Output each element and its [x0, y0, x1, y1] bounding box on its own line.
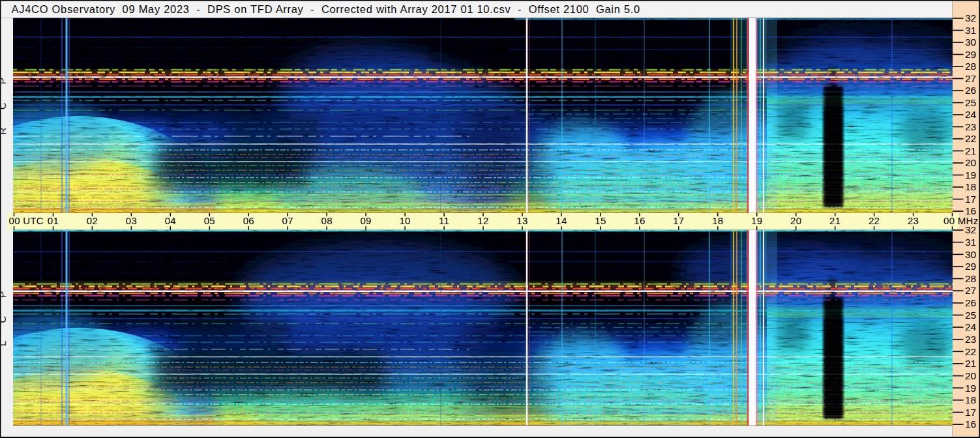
- svg-text:16: 16: [965, 418, 976, 430]
- svg-text:03: 03: [126, 215, 137, 226]
- svg-text:15: 15: [595, 215, 606, 226]
- svg-text:21: 21: [965, 145, 976, 156]
- svg-text:13: 13: [516, 215, 527, 226]
- svg-text:19: 19: [965, 169, 976, 181]
- svg-text:04: 04: [165, 215, 176, 226]
- svg-text:21: 21: [829, 215, 840, 226]
- svg-text:20: 20: [965, 370, 977, 381]
- svg-text:30: 30: [965, 36, 977, 48]
- svg-text:27: 27: [965, 73, 976, 84]
- svg-text:16: 16: [965, 205, 976, 216]
- svg-text:19: 19: [751, 215, 762, 226]
- svg-text:23: 23: [965, 334, 976, 345]
- svg-text:18: 18: [712, 215, 723, 226]
- svg-text:07: 07: [282, 215, 293, 226]
- svg-text:10: 10: [399, 215, 410, 226]
- svg-text:22: 22: [965, 346, 976, 357]
- svg-text:26: 26: [965, 85, 976, 96]
- svg-text:32: 32: [965, 224, 976, 235]
- svg-text:25: 25: [965, 97, 976, 108]
- svg-text:08: 08: [321, 215, 333, 226]
- svg-text:29: 29: [965, 49, 976, 60]
- svg-text:28: 28: [965, 273, 976, 284]
- svg-text:31: 31: [965, 25, 976, 36]
- svg-text:24: 24: [965, 321, 977, 332]
- svg-text:29: 29: [965, 261, 976, 272]
- svg-text:01: 01: [48, 215, 59, 226]
- svg-text:17: 17: [965, 407, 976, 418]
- svg-text:R C P: R C P: [0, 70, 8, 134]
- svg-text:05: 05: [204, 215, 215, 226]
- svg-text:24: 24: [965, 109, 977, 120]
- svg-text:17: 17: [965, 194, 976, 205]
- svg-text:20: 20: [965, 157, 977, 168]
- svg-text:02: 02: [87, 215, 98, 226]
- svg-text:16: 16: [634, 215, 645, 226]
- svg-text:09: 09: [360, 215, 371, 226]
- svg-text:23: 23: [965, 121, 976, 132]
- svg-text:26: 26: [965, 297, 976, 308]
- svg-text:18: 18: [965, 394, 976, 405]
- svg-text:06: 06: [243, 215, 254, 226]
- svg-text:AJ4CO Observatory 09 May 2023: AJ4CO Observatory 09 May 2023 - DPS on T…: [12, 3, 640, 15]
- svg-text:18: 18: [965, 181, 976, 192]
- svg-text:25: 25: [965, 310, 976, 321]
- svg-text:11: 11: [439, 215, 449, 226]
- svg-text:17: 17: [673, 215, 684, 226]
- svg-text:31: 31: [965, 237, 976, 248]
- svg-text:28: 28: [965, 61, 976, 72]
- svg-text:L C P: L C P: [0, 284, 8, 346]
- svg-text:20: 20: [790, 215, 801, 226]
- svg-text:30: 30: [965, 249, 977, 260]
- svg-text:14: 14: [556, 215, 567, 226]
- svg-text:22: 22: [869, 215, 880, 226]
- svg-text:21: 21: [965, 358, 976, 369]
- svg-text:12: 12: [477, 215, 488, 226]
- svg-text:32: 32: [965, 12, 976, 23]
- svg-text:27: 27: [965, 285, 976, 296]
- svg-text:23: 23: [908, 215, 919, 226]
- svg-text:19: 19: [965, 383, 976, 394]
- svg-text:22: 22: [965, 133, 976, 144]
- svg-text:00 UTC: 00 UTC: [9, 215, 44, 226]
